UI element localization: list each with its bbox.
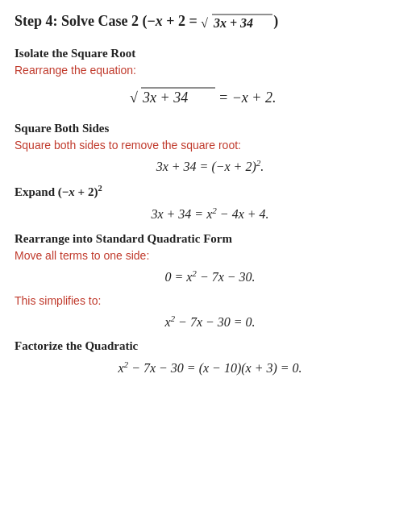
section-rearrange: Rearrange into Standard Quadratic Form M…: [15, 232, 405, 284]
math-expand: 3x + 34 = x2 − 4x + 4.: [15, 206, 405, 222]
heading-square: Square Both Sides: [15, 122, 405, 135]
heading-isolate: Isolate the Square Root: [15, 47, 405, 60]
section-simplify: This simplifies to: x2 − 7x − 30 = 0.: [15, 294, 405, 330]
text-isolate: Rearrange the equation:: [15, 64, 405, 77]
section-isolate: Isolate the Square Root Rearrange the eq…: [15, 47, 405, 112]
math-rearrange: 0 = x2 − 7x − 30.: [15, 268, 405, 284]
math-simplify: x2 − 7x − 30 = 0.: [15, 314, 405, 330]
math-square: 3x + 34 = (−x + 2)2.: [15, 158, 405, 174]
math-isolate: √ 3x + 34 = −x + 2.: [15, 83, 405, 112]
svg-text:= −x + 2.: = −x + 2.: [218, 89, 276, 106]
math-factorize: x2 − 7x − 30 = (x − 10)(x + 3) = 0.: [15, 359, 405, 376]
text-square: Square both sides to remove the square r…: [15, 139, 405, 152]
section-factorize: Factorize the Quadratic x2 − 7x − 30 = (…: [15, 339, 405, 376]
text-rearrange: Move all terms to one side:: [15, 249, 405, 262]
page-container: Step 4: Solve Case 2 (−x + 2 = √ 3x + 34…: [15, 11, 405, 376]
heading-factorize: Factorize the Quadratic: [15, 339, 405, 353]
heading-rearrange: Rearrange into Standard Quadratic Form: [15, 232, 405, 246]
svg-text:3x + 34: 3x + 34: [142, 89, 188, 106]
section-expand: Expand (−x + 2)2 3x + 34 = x2 − 4x + 4.: [15, 184, 405, 222]
svg-text:√: √: [130, 89, 138, 106]
heading-expand: Expand (−x + 2)2: [15, 184, 405, 199]
svg-text:3x + 34: 3x + 34: [213, 16, 253, 30]
section-square: Square Both Sides Square both sides to r…: [15, 122, 405, 174]
text-simplify: This simplifies to:: [15, 294, 405, 307]
svg-text:√: √: [201, 16, 208, 30]
page-title: Step 4: Solve Case 2 (−x + 2 = √ 3x + 34…: [15, 11, 405, 34]
